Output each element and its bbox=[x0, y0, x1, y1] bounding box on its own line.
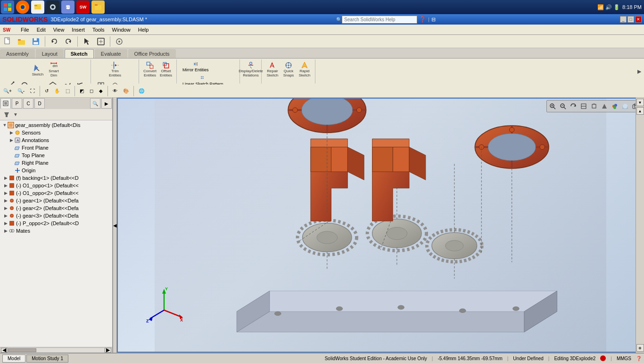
tab-office-products[interactable]: Office Products bbox=[128, 49, 176, 58]
tree-root[interactable]: ▼ gear_assembly (Default<Dis bbox=[1, 121, 111, 129]
undo-button[interactable] bbox=[48, 36, 61, 47]
menu-help[interactable]: Help bbox=[134, 26, 153, 34]
rp-btn-3[interactable]: ⊕ bbox=[636, 344, 644, 352]
tab-sketch[interactable]: Sketch bbox=[65, 49, 94, 58]
zoom-to-fit-btn[interactable]: ⛶ bbox=[28, 87, 37, 95]
minimize-button[interactable]: _ bbox=[620, 16, 627, 23]
tree-top-plane[interactable]: Top Plane bbox=[1, 152, 111, 159]
redo-button[interactable] bbox=[62, 36, 75, 47]
tree-front-plane[interactable]: Front Plane bbox=[1, 144, 111, 152]
offset-entities-button[interactable]: OffsetEntities bbox=[158, 60, 173, 78]
scroll-thumb[interactable] bbox=[8, 348, 36, 352]
mates-expand[interactable]: ▶ bbox=[3, 228, 8, 233]
gear2-expand[interactable]: ▶ bbox=[3, 206, 8, 211]
explorer-icon[interactable] bbox=[31, 0, 44, 14]
toolbar-expand[interactable]: ▶ bbox=[636, 59, 643, 84]
vp-zoom-out[interactable] bbox=[558, 101, 568, 111]
start-button[interactable] bbox=[1, 0, 14, 14]
folder-icon[interactable] bbox=[91, 0, 105, 14]
tree-backing[interactable]: ▶ (f) backing<1> (Default<<D bbox=[1, 174, 111, 182]
menu-view[interactable]: View bbox=[50, 26, 68, 34]
zoom-window-btn[interactable]: ⬚ bbox=[63, 87, 72, 95]
tree-gear1[interactable]: ▶ (-) gear<1> (Default<<Defa bbox=[1, 197, 111, 204]
tree-o1oppo1[interactable]: ▶ (-) O1_oppo<1> (Default<< bbox=[1, 182, 111, 189]
o1oppo2-expand[interactable]: ▶ bbox=[3, 191, 8, 195]
collapse-handle[interactable]: ◀ bbox=[113, 98, 117, 353]
appearance-btn[interactable]: 🎨 bbox=[121, 87, 131, 95]
menu-file[interactable]: File bbox=[17, 26, 33, 34]
tab-evaluate[interactable]: Evaluate bbox=[95, 49, 127, 58]
search-input[interactable] bbox=[342, 16, 417, 24]
smart-dimension-button[interactable]: dim SmartDim bbox=[46, 60, 61, 78]
discord-icon[interactable] bbox=[61, 0, 74, 14]
zoom-in-btn[interactable]: 🔍+ bbox=[1, 87, 14, 95]
search-tab[interactable]: 🔍 bbox=[90, 98, 100, 109]
root-expand[interactable]: ▼ bbox=[2, 123, 8, 127]
o1oppo1-expand[interactable]: ▶ bbox=[3, 183, 8, 188]
pan-btn[interactable]: ✋ bbox=[52, 87, 62, 95]
vp-rotate[interactable] bbox=[569, 101, 578, 111]
trim-entities-button[interactable]: TrimEntities bbox=[107, 60, 123, 78]
scroll-left[interactable]: ◀ bbox=[1, 348, 8, 353]
new-button[interactable] bbox=[1, 36, 14, 47]
display-style-btn[interactable]: ◆ bbox=[97, 87, 105, 95]
save-button[interactable] bbox=[29, 36, 42, 47]
zoom-to-fit[interactable] bbox=[94, 36, 107, 47]
poppo2-expand[interactable]: ▶ bbox=[3, 221, 8, 226]
motion-study-tab[interactable]: Motion Study 1 bbox=[26, 355, 68, 363]
vp-orientation[interactable] bbox=[589, 101, 599, 111]
lp-filter-btn[interactable] bbox=[1, 110, 12, 119]
sensors-expand[interactable]: ▶ bbox=[8, 130, 14, 135]
menu-window[interactable]: Window bbox=[108, 26, 134, 34]
status-help[interactable]: ❓ bbox=[636, 356, 642, 361]
tree-gear2[interactable]: ▶ (-) gear<2> (Default<<Defa bbox=[1, 204, 111, 212]
zoom-out-btn[interactable]: 🔍- bbox=[15, 87, 27, 95]
expand-all-tab[interactable]: ▶ bbox=[101, 98, 112, 109]
annotations-expand[interactable]: ▶ bbox=[8, 138, 14, 143]
hide-show-btn[interactable]: 👁 bbox=[110, 87, 120, 95]
dim-expert-tab[interactable]: D bbox=[34, 98, 45, 109]
rp-btn-2[interactable]: ▲ bbox=[636, 107, 644, 115]
menu-insert[interactable]: Insert bbox=[68, 26, 89, 34]
repair-sketch-button[interactable]: Repair Sketch bbox=[265, 60, 280, 78]
options-button[interactable] bbox=[113, 36, 126, 47]
vp-display[interactable] bbox=[600, 101, 609, 111]
view-orientation-btn[interactable]: ◻ bbox=[87, 87, 96, 95]
tab-layout[interactable]: Layout bbox=[36, 49, 64, 58]
tree-origin[interactable]: Origin bbox=[1, 167, 111, 174]
configuration-tab[interactable]: C bbox=[23, 98, 33, 109]
close-button[interactable]: ✕ bbox=[635, 16, 642, 23]
tree-annotations[interactable]: ▶ A Annotations bbox=[1, 136, 111, 144]
feature-manager-tab[interactable] bbox=[0, 98, 11, 109]
solidworks-taskbar-icon[interactable]: SW bbox=[76, 0, 90, 14]
mirror-entities-button[interactable]: Mirror Entities bbox=[180, 60, 211, 74]
steam-icon[interactable] bbox=[46, 0, 59, 14]
vp-appearance[interactable] bbox=[610, 101, 619, 111]
menu-tools[interactable]: Tools bbox=[89, 26, 108, 34]
tree-mates[interactable]: ▶ Mates bbox=[1, 227, 111, 235]
scroll-right[interactable]: ▶ bbox=[105, 348, 111, 353]
rotate-view-btn[interactable]: ↺ bbox=[42, 87, 51, 95]
gear3-expand[interactable]: ▶ bbox=[3, 213, 8, 218]
tree-gear3[interactable]: ▶ (-) gear<3> (Default<<Defa bbox=[1, 212, 111, 219]
firefox-icon[interactable] bbox=[16, 0, 29, 14]
section-view-btn[interactable]: ◩ bbox=[77, 87, 86, 95]
display-delete-button[interactable]: Display/Delete Relations bbox=[243, 60, 258, 78]
tree-sensors[interactable]: ▶ Sensors bbox=[1, 129, 111, 136]
convert-entities-button[interactable]: Convert Entities bbox=[142, 60, 157, 78]
viewport[interactable]: Y X Z bbox=[117, 98, 644, 353]
gear1-expand[interactable]: ▶ bbox=[3, 198, 8, 203]
scene-btn[interactable]: 🌐 bbox=[136, 87, 147, 95]
select-button[interactable] bbox=[80, 36, 93, 47]
model-tab[interactable]: Model bbox=[2, 355, 25, 363]
rapid-sketch-button[interactable]: Rapid Sketch bbox=[297, 60, 312, 78]
maximize-button[interactable]: □ bbox=[627, 16, 634, 23]
backing-expand[interactable]: ▶ bbox=[3, 176, 8, 180]
sketch-button[interactable]: Sketch bbox=[30, 60, 45, 78]
menu-edit[interactable]: Edit bbox=[33, 26, 50, 34]
vp-zoom-in[interactable] bbox=[548, 101, 557, 111]
vp-scene[interactable] bbox=[620, 101, 630, 111]
tree-right-plane[interactable]: Right Plane bbox=[1, 159, 111, 167]
tree-o1oppo2[interactable]: ▶ (-) O1_oppo<2> (Default<< bbox=[1, 189, 111, 197]
vp-section[interactable] bbox=[579, 101, 588, 111]
